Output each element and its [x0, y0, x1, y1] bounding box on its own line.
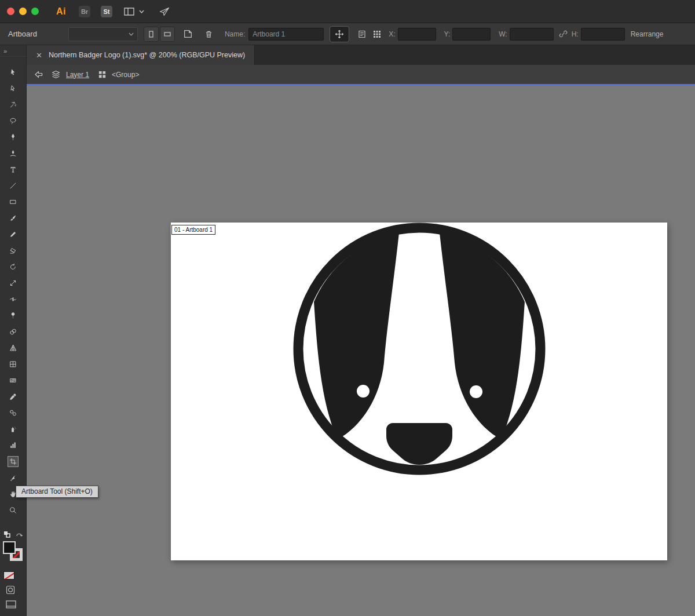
- gradient-tool[interactable]: [0, 372, 26, 388]
- stock-icon[interactable]: St: [101, 6, 112, 17]
- artboard-tool[interactable]: [0, 453, 26, 469]
- w-label: W:: [499, 30, 507, 38]
- paintbrush-tool[interactable]: [0, 210, 26, 226]
- column-graph-tool[interactable]: [0, 437, 26, 453]
- badger-art[interactable]: [171, 223, 667, 560]
- slice-tool[interactable]: [0, 469, 26, 486]
- name-label: Name:: [225, 30, 245, 38]
- move-artwork-toggle[interactable]: [330, 26, 349, 42]
- artboard-options-button[interactable]: [357, 30, 367, 39]
- portrait-orientation-button[interactable]: [144, 27, 159, 42]
- pen-tool[interactable]: [0, 129, 26, 145]
- back-arrow-icon[interactable]: [34, 70, 43, 79]
- default-fill-stroke-icon[interactable]: [3, 531, 10, 538]
- document-list-icon: [357, 30, 367, 39]
- landscape-icon: [163, 30, 171, 38]
- symbol-sprayer-tool[interactable]: [0, 421, 26, 437]
- illustrator-logo: Ai: [56, 6, 66, 17]
- landscape-orientation-button[interactable]: [160, 27, 175, 42]
- menu-bar: Ai Br St: [0, 0, 695, 23]
- traffic-light-minimize[interactable]: [19, 8, 27, 15]
- traffic-light-zoom[interactable]: [31, 8, 39, 15]
- artboard-name-tag[interactable]: 01 - Artboard 1: [171, 225, 215, 235]
- control-bar: Artboard Name: X: Y: W: H: Rearrange: [0, 23, 695, 45]
- y-label: Y:: [444, 30, 451, 38]
- tooltip: Artboard Tool (Shift+O): [16, 486, 98, 498]
- document-tab-bar: ✕ Northern Badger Logo (1).svg* @ 200% (…: [27, 45, 695, 65]
- eyedropper-tool[interactable]: [0, 388, 26, 404]
- swap-fill-stroke-icon[interactable]: [16, 531, 23, 538]
- artboard-mode-label: Artboard: [8, 30, 37, 38]
- artboard[interactable]: [171, 223, 667, 560]
- mesh-tool[interactable]: [0, 356, 26, 372]
- y-input[interactable]: [452, 28, 491, 41]
- swatch-area: [0, 530, 27, 608]
- link-icon: [558, 30, 568, 38]
- curvature-tool[interactable]: [0, 145, 26, 161]
- lasso-tool[interactable]: [0, 112, 26, 129]
- share-icon[interactable]: [159, 7, 170, 16]
- magic-wand-tool[interactable]: [0, 96, 26, 112]
- screen-mode-icon[interactable]: [6, 600, 27, 608]
- close-tab-icon[interactable]: ✕: [36, 52, 42, 59]
- tool-panel: »: [0, 45, 27, 616]
- line-segment-tool[interactable]: [0, 177, 26, 194]
- chevron-down-icon: [129, 32, 134, 36]
- breadcrumb-group-label: <Group>: [112, 71, 139, 79]
- h-label: H:: [572, 30, 579, 38]
- blend-tool[interactable]: [0, 404, 26, 421]
- fill-color-swatch[interactable]: [3, 541, 16, 554]
- portrait-icon: [147, 30, 155, 38]
- bridge-icon[interactable]: Br: [79, 6, 90, 17]
- selection-highlight-line: [27, 84, 695, 86]
- artboard-name-input[interactable]: [248, 28, 324, 41]
- rectangle-tool[interactable]: [0, 194, 26, 210]
- direct-selection-tool[interactable]: [0, 80, 26, 96]
- trash-icon: [204, 30, 213, 39]
- height-input[interactable]: [581, 28, 625, 41]
- artboard-preset-dropdown[interactable]: [68, 27, 138, 41]
- move-crosshair-icon: [335, 30, 344, 39]
- expand-panel-button[interactable]: »: [0, 45, 26, 57]
- x-input[interactable]: [398, 28, 436, 41]
- width-tool[interactable]: [0, 291, 26, 307]
- group-icon: [98, 70, 107, 79]
- breadcrumb-layer-link[interactable]: Layer 1: [66, 71, 89, 79]
- shape-builder-tool[interactable]: [0, 323, 26, 340]
- reference-point-grid-icon[interactable]: [372, 30, 382, 39]
- rearrange-button[interactable]: Rearrange: [631, 30, 664, 38]
- layers-icon: [51, 70, 61, 79]
- perspective-grid-tool[interactable]: [0, 340, 26, 356]
- workspace-switcher-icon[interactable]: [124, 8, 134, 16]
- type-tool[interactable]: [0, 161, 26, 177]
- selection-tool[interactable]: [0, 64, 26, 80]
- scale-tool[interactable]: [0, 275, 26, 291]
- eraser-tool[interactable]: [0, 242, 26, 258]
- x-label: X:: [389, 30, 395, 38]
- traffic-light-close[interactable]: [7, 8, 14, 15]
- context-bar: Layer 1 <Group>: [27, 65, 695, 84]
- document-tab[interactable]: ✕ Northern Badger Logo (1).svg* @ 200% (…: [27, 45, 255, 65]
- width-input[interactable]: [510, 28, 554, 41]
- document-title: Northern Badger Logo (1).svg* @ 200% (RG…: [49, 51, 245, 59]
- canvas-workspace[interactable]: 01 - Artboard 1: [27, 86, 695, 616]
- drawing-mode-icon[interactable]: [6, 585, 27, 595]
- chevron-down-icon[interactable]: [139, 10, 144, 13]
- toolbar-tools: [0, 57, 26, 518]
- zoom-tool[interactable]: [0, 502, 26, 518]
- shaper-tool[interactable]: [0, 226, 26, 242]
- new-artboard-button[interactable]: [183, 29, 193, 39]
- constrain-proportions-button[interactable]: [558, 30, 568, 38]
- puppet-warp-tool[interactable]: [0, 307, 26, 323]
- new-artboard-icon: [183, 29, 193, 39]
- rotate-tool[interactable]: [0, 258, 26, 275]
- none-color-swatch[interactable]: [3, 571, 14, 579]
- delete-artboard-button[interactable]: [204, 30, 213, 39]
